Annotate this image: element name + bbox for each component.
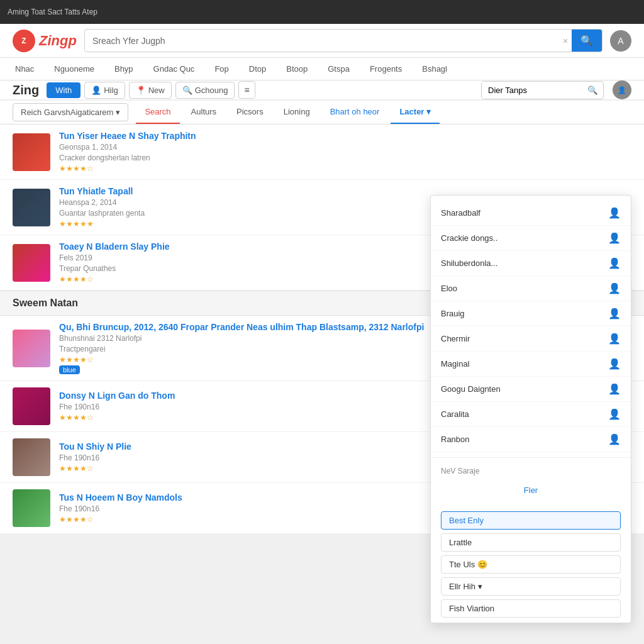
btn-ellr-hih[interactable]: Ellr Hih ▾ — [441, 577, 621, 596]
logo-icon: Z — [13, 30, 35, 52]
song-meta-2: Cracker dongsherlan latren — [59, 153, 623, 162]
tab-lacter[interactable]: Lacter ▾ — [391, 101, 440, 124]
song-stars: ★★★★☆ — [59, 164, 623, 173]
dropdown-footer: Best Enly Lrattle Tte Uls 😊 Ellr Hih ▾ F… — [431, 506, 631, 623]
chevron-down-icon: ▾ — [116, 108, 120, 117]
btn-new[interactable]: 📍 New — [129, 82, 172, 99]
dropdown-item-chermir[interactable]: Chermir 👤 — [431, 326, 631, 352]
header-avatar[interactable]: A — [610, 30, 631, 52]
chevron-down-icon-lacter: ▾ — [426, 107, 431, 116]
table-row[interactable]: Tun Yiser Heaee N Shay Traphitn Geonspa … — [0, 125, 644, 180]
nav-item-gtspa[interactable]: Gtspa — [325, 58, 352, 80]
tab-search[interactable]: Search — [136, 101, 179, 124]
song-meta-1: Geonspa 1, 2014 — [59, 143, 623, 152]
search-small-icon: 🔍 — [182, 86, 192, 95]
dropdown-actions: NeV Saraje Fler — [431, 457, 631, 506]
tab-bhart[interactable]: Bhart oh heor — [321, 101, 389, 124]
person-icon: 👤 — [608, 433, 621, 445]
person-icon-blue: 👤 — [608, 383, 621, 395]
song-thumbnail — [13, 387, 50, 425]
dropdown-item-ranbon[interactable]: Ranbon 👤 — [431, 427, 631, 452]
song-thumbnail — [13, 438, 50, 476]
nav-item-dtop[interactable]: Dtop — [247, 58, 269, 80]
person-icon: 👤 — [608, 308, 621, 319]
top-bar: Aming Toat Sact Tatts Atep — [0, 0, 644, 24]
sub-tabs: Reich GarvshAigaticarem ▾ Search Aulturs… — [0, 101, 644, 125]
nav-bar: Nhac Nguoneme Bhyp Gndac Quc Fop Dtop Bt… — [0, 58, 644, 80]
header: Z Zingp × 🔍 A — [0, 24, 644, 58]
header-search-bar: × 🔍 — [84, 29, 602, 52]
song-thumbnail — [13, 133, 50, 171]
person-icon: 👤 — [608, 333, 621, 345]
dropdown-item-crackie[interactable]: Crackie dongs.. 👤 — [431, 226, 631, 251]
btn-hilg[interactable]: 👤 Hilg — [84, 82, 125, 99]
dropdown-item-maginal[interactable]: Maginal 👤 — [431, 352, 631, 377]
dropdown-item-googu[interactable]: Googu Daignten 👤 — [431, 377, 631, 402]
song-title: Tun Yiser Heaee N Shay Traphitn — [59, 131, 623, 141]
btn-fish-viartion[interactable]: Fish Viartion — [441, 599, 621, 618]
song-thumbnail — [13, 489, 50, 527]
nav-item-btoop[interactable]: Btoop — [284, 58, 310, 80]
btn-fler[interactable]: Fler — [441, 480, 621, 500]
dropdown-item-brauig[interactable]: Brauig 👤 — [431, 301, 631, 326]
person-icon: 👤 — [608, 207, 621, 219]
btn-best-enly[interactable]: Best Enly — [441, 511, 621, 530]
second-nav-search-input[interactable] — [482, 82, 582, 99]
logo-text: Zingp — [39, 33, 77, 49]
tab-picsors[interactable]: Picsors — [228, 101, 272, 124]
nav-item-gndac[interactable]: Gndac Quc — [151, 58, 197, 80]
dropdown-item-eloo[interactable]: Eloo 👤 — [431, 276, 631, 301]
dropdown-overlay: Sharadbalf 👤 Crackie dongs.. 👤 Shiluberd… — [430, 195, 631, 623]
tab-aulturs[interactable]: Aulturs — [182, 101, 225, 124]
person-icon: 👤 — [608, 282, 621, 294]
person-icon: 👤 — [608, 358, 621, 370]
location-icon: 📍 — [136, 86, 146, 95]
nav-item-bshagl[interactable]: Bshagl — [419, 58, 450, 80]
btn-lrattle[interactable]: Lrattle — [441, 533, 621, 552]
nav-item-nhac[interactable]: Nhac — [13, 58, 36, 80]
content-area: Reich GarvshAigaticarem ▾ Search Aulturs… — [0, 101, 644, 534]
nav-item-fop[interactable]: Fop — [212, 58, 231, 80]
person-icon: 👤 — [608, 232, 621, 244]
header-search-button[interactable]: 🔍 — [572, 30, 602, 52]
song-thumbnail — [13, 189, 50, 226]
nav-item-nguoneme[interactable]: Nguoneme — [52, 58, 97, 80]
filter-label: Reich GarvshAigaticarem — [21, 108, 113, 117]
person-icon: 👤 — [91, 86, 101, 95]
dropdown-list: Sharadbalf 👤 Crackie dongs.. 👤 Shiluberd… — [431, 196, 631, 457]
lacter-label: Lacter — [399, 107, 424, 116]
person-icon: 👤 — [608, 408, 621, 420]
dropdown-item-shiluberdonla[interactable]: Shiluberdonla... 👤 — [431, 251, 631, 276]
second-nav-search: 🔍 — [481, 81, 604, 99]
top-bar-text: Aming Toat Sact Tatts Atep — [8, 8, 97, 16]
blue-badge: blue — [59, 365, 80, 374]
second-nav: Zing With 👤 Hilg 📍 New 🔍 Gchoung ≡ 🔍 👤 — [0, 80, 644, 101]
nev-saraje-label: NeV Saraje — [441, 464, 621, 478]
song-thumbnail — [13, 244, 50, 282]
header-search-input[interactable] — [85, 31, 559, 51]
dropdown-item-caralita[interactable]: Caralita 👤 — [431, 402, 631, 427]
zing-label: Zing — [13, 83, 39, 97]
second-nav-avatar[interactable]: 👤 — [613, 80, 631, 99]
person-icon: 👤 — [608, 257, 621, 269]
song-thumbnail — [13, 330, 50, 367]
filter-dropdown[interactable]: Reich GarvshAigaticarem ▾ — [13, 103, 128, 121]
btn-menu[interactable]: ≡ — [238, 81, 255, 99]
header-search-clear-icon[interactable]: × — [559, 31, 572, 51]
song-info: Tun Yiser Heaee N Shay Traphitn Geonspa … — [59, 131, 623, 173]
tab-lioning[interactable]: Lioning — [275, 101, 319, 124]
btn-gchoung[interactable]: 🔍 Gchoung — [175, 82, 235, 99]
btn-with[interactable]: With — [47, 82, 80, 98]
btn-tte-uls[interactable]: Tte Uls 😊 — [441, 555, 621, 574]
nav-item-frogents[interactable]: Frogents — [367, 58, 404, 80]
dropdown-item-sharadbalf[interactable]: Sharadbalf 👤 — [431, 201, 631, 226]
nav-item-bhyp[interactable]: Bhyp — [112, 58, 136, 80]
second-nav-search-button[interactable]: 🔍 — [582, 82, 603, 99]
logo-area: Z Zingp — [13, 30, 77, 52]
